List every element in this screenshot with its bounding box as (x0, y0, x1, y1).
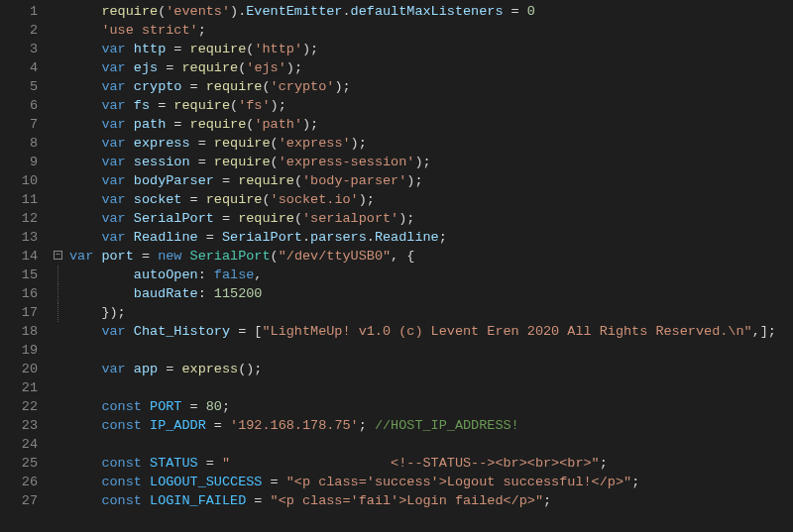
token-punc: ( (294, 173, 302, 188)
token-text (142, 475, 150, 489)
code-line[interactable]: var crypto = require('crypto'); (69, 77, 793, 96)
code-line[interactable]: 'use strict'; (69, 21, 793, 40)
code-line[interactable]: var bodyParser = require('body-parser'); (69, 171, 793, 190)
code-editor[interactable]: 1234567891011121314151617181920212223242… (0, 0, 793, 532)
code-line[interactable]: var port = new SerialPort("/dev/ttyUSB0"… (69, 247, 793, 266)
token-punc: ; (543, 493, 551, 508)
code-line[interactable]: var Readline = SerialPort.parsers.Readli… (69, 228, 793, 247)
code-line[interactable]: var path = require('path'); (69, 115, 793, 134)
code-line[interactable]: var http = require('http'); (69, 40, 793, 58)
line-number: 10 (0, 171, 38, 190)
token-str: 'express' (279, 136, 351, 151)
token-text (126, 136, 134, 151)
token-punc: ; (222, 399, 230, 414)
token-punc: ( (271, 249, 279, 264)
code-line[interactable]: const PORT = 80; (69, 397, 793, 416)
token-text: = (198, 230, 222, 245)
code-line[interactable]: var express = require('express'); (69, 134, 793, 153)
line-number: 20 (0, 360, 38, 378)
token-const: STATUS (150, 456, 198, 471)
token-text (69, 60, 101, 75)
fold-toggle-icon[interactable]: − (54, 251, 62, 260)
code-line[interactable]: const IP_ADDR = '192.168.178.75'; //HOST… (69, 416, 793, 435)
fold-cell (56, 58, 69, 77)
line-number: 5 (0, 77, 38, 96)
code-line[interactable]: var Chat_History = ["LightMeUp! v1.0 (c)… (69, 322, 793, 341)
token-var: Chat_History (134, 324, 230, 339)
token-kw: const (101, 418, 142, 433)
fold-cell (56, 416, 69, 435)
code-line[interactable] (69, 378, 793, 397)
token-var: fs (134, 98, 150, 113)
token-punc: . (342, 4, 350, 19)
line-number: 12 (0, 209, 38, 228)
token-text (69, 475, 101, 489)
token-var: bodyParser (134, 173, 214, 188)
code-line[interactable]: require('events').EventEmitter.defaultMa… (69, 2, 793, 21)
token-kw: var (101, 173, 125, 188)
code-line[interactable]: const LOGIN_FAILED = "<p class='fail'>Lo… (69, 491, 793, 510)
token-text (69, 286, 134, 301)
code-line[interactable]: var SerialPort = require('serialport'); (69, 209, 793, 228)
token-kw: const (101, 475, 142, 489)
token-text: = (134, 249, 158, 264)
token-str: " <!--STATUS--><br><br><br>" (222, 456, 600, 471)
token-fn: require (206, 192, 263, 207)
token-text (69, 493, 101, 508)
token-punc: ); (286, 60, 302, 75)
fold-cell (56, 454, 69, 473)
token-var: ejs (134, 60, 158, 75)
token-fn: require (101, 4, 158, 19)
token-text: = [ (230, 324, 262, 339)
fold-cell (56, 491, 69, 510)
token-fn: require (238, 173, 294, 188)
token-kw: var (101, 42, 125, 56)
code-line[interactable]: baudRate: 115200 (69, 284, 793, 303)
token-punc: ( (262, 79, 270, 94)
token-str: 'use strict' (101, 23, 197, 38)
code-line[interactable]: var socket = require('socket.io'); (69, 190, 793, 209)
token-cmt: //HOST_IP_ADDRESS! (375, 418, 519, 433)
line-number: 17 (0, 303, 38, 322)
code-line[interactable]: const STATUS = " <!--STATUS--><br><br><b… (69, 454, 793, 473)
token-text (126, 155, 134, 169)
token-str: 'events' (166, 4, 230, 19)
token-var: autoOpen (134, 267, 198, 282)
token-var: port (101, 249, 133, 264)
line-number: 8 (0, 134, 38, 153)
fold-cell (56, 266, 69, 284)
code-line[interactable] (69, 341, 793, 360)
fold-cell (56, 21, 69, 40)
token-punc: ); (406, 173, 422, 188)
code-line[interactable]: autoOpen: false, (69, 266, 793, 284)
token-text (69, 117, 101, 132)
line-number: 7 (0, 115, 38, 134)
token-punc: ( (294, 211, 302, 226)
token-text (69, 267, 134, 282)
token-text (69, 23, 101, 38)
token-text (69, 192, 101, 207)
token-num: 80 (206, 399, 222, 414)
token-text: = (150, 98, 173, 113)
code-line[interactable]: var fs = require('fs'); (69, 96, 793, 115)
code-line[interactable]: }); (69, 303, 793, 322)
token-str: "<p class='fail'>Login failed</p>" (271, 493, 543, 508)
code-line[interactable]: var app = express(); (69, 360, 793, 378)
token-const: IP_ADDR (150, 418, 206, 433)
token-text (69, 362, 101, 376)
token-kw: var (101, 136, 125, 151)
code-line[interactable] (69, 435, 793, 454)
code-line[interactable]: const LOGOUT_SUCCESS = "<p class='succes… (69, 473, 793, 491)
token-fn: require (238, 211, 294, 226)
code-area[interactable]: require('events').EventEmitter.defaultMa… (69, 0, 793, 532)
token-kw: var (101, 117, 125, 132)
code-line[interactable]: var session = require('express-session')… (69, 153, 793, 171)
code-line[interactable]: var ejs = require('ejs'); (69, 58, 793, 77)
line-number-gutter: 1234567891011121314151617181920212223242… (0, 0, 56, 532)
token-str: '192.168.178.75' (230, 418, 359, 433)
token-kw: var (101, 155, 125, 169)
fold-cell (56, 228, 69, 247)
token-kw: var (101, 211, 125, 226)
token-punc: , { (391, 249, 414, 264)
token-text: = (262, 475, 285, 489)
